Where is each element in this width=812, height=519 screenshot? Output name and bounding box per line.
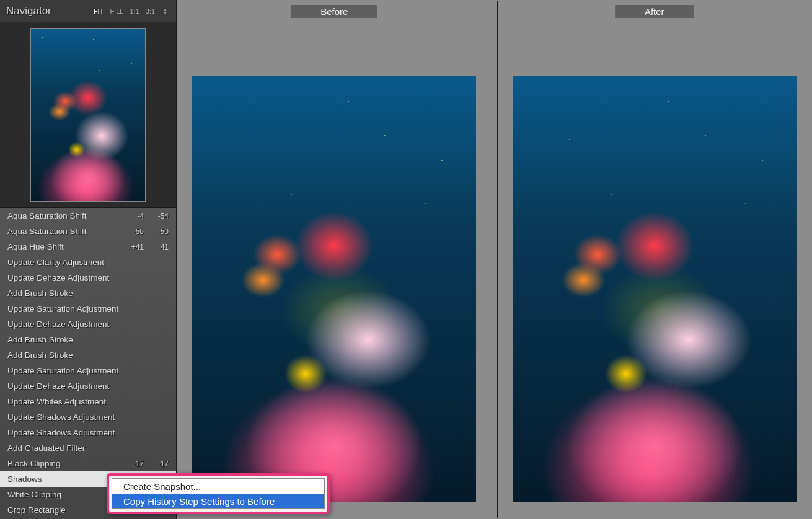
- history-item-label: Update Saturation Adjustment: [7, 304, 169, 313]
- history-item-label: Update Shadows Adjustment: [7, 428, 169, 437]
- history-item[interactable]: Update Saturation Adjustment: [0, 301, 176, 316]
- history-item-label: Add Graduated Filter: [7, 443, 169, 453]
- navigator-preview: [0, 22, 176, 208]
- zoom-3-1[interactable]: 3:1: [146, 7, 155, 15]
- history-item[interactable]: Aqua Saturation Shift-50-50: [0, 224, 176, 239]
- history-item[interactable]: Update Clarity Adjustment: [0, 255, 176, 270]
- history-item[interactable]: Update Shadows Adjustment: [0, 425, 176, 440]
- left-panel: Navigator FIT FILL 1:1 3:1 ▴▾ Aqua Satur…: [0, 0, 177, 519]
- history-item-label: Update Dehaze Adjustment: [7, 320, 169, 329]
- history-item[interactable]: Update Dehaze Adjustment: [0, 378, 176, 394]
- navigator-thumbnail[interactable]: [30, 28, 146, 202]
- history-panel[interactable]: Aqua Saturation Shift-4-54Aqua Saturatio…: [0, 208, 176, 519]
- history-item[interactable]: Black Clipping-17-17: [0, 456, 176, 471]
- history-item[interactable]: Aqua Saturation Shift-4-54: [0, 208, 176, 224]
- after-label: After: [615, 5, 694, 18]
- history-item-label: Update Dehaze Adjustment: [7, 273, 169, 282]
- history-item-label: Aqua Saturation Shift: [7, 211, 125, 220]
- history-context-menu: Create Snapshot...Copy History Step Sett…: [107, 473, 330, 514]
- history-item-label: Aqua Saturation Shift: [7, 227, 125, 236]
- history-item[interactable]: Update Whites Adjustment: [0, 394, 176, 409]
- history-item-values: -4-54: [125, 212, 169, 220]
- history-item-values: -50-50: [125, 227, 169, 236]
- context-menu-item[interactable]: Copy History Step Settings to Before: [112, 494, 324, 508]
- zoom-fill[interactable]: FILL: [110, 7, 123, 15]
- history-item-label: Update Clarity Adjustment: [7, 258, 169, 267]
- history-item-values: -17-17: [125, 460, 169, 468]
- compare-view: Before After: [177, 0, 812, 519]
- history-item[interactable]: Add Brush Stroke: [0, 347, 176, 363]
- before-image[interactable]: [192, 76, 476, 502]
- zoom-1-1[interactable]: 1:1: [130, 7, 139, 15]
- history-item-label: Aqua Hue Shift: [7, 242, 125, 251]
- zoom-fit[interactable]: FIT: [94, 7, 104, 15]
- app-root: Navigator FIT FILL 1:1 3:1 ▴▾ Aqua Satur…: [0, 0, 812, 519]
- history-item-label: Update Dehaze Adjustment: [7, 382, 169, 391]
- history-item-label: Update Saturation Adjustment: [7, 366, 169, 375]
- history-item[interactable]: Add Graduated Filter: [0, 440, 176, 456]
- history-item[interactable]: Aqua Hue Shift+4141: [0, 239, 176, 255]
- before-label: Before: [291, 5, 377, 18]
- history-item[interactable]: Add Brush Stroke: [0, 286, 176, 301]
- history-item-label: Add Brush Stroke: [7, 289, 169, 298]
- history-item[interactable]: Add Brush Stroke: [0, 332, 176, 347]
- history-item-values: +4141: [125, 243, 169, 251]
- after-image[interactable]: [513, 76, 797, 502]
- zoom-stepper-icon[interactable]: ▴▾: [164, 7, 170, 15]
- history-item[interactable]: Update Dehaze Adjustment: [0, 270, 176, 286]
- history-item-label: Black Clipping: [7, 459, 125, 468]
- before-pane: Before: [178, 1, 491, 518]
- history-item-label: Add Brush Stroke: [7, 351, 169, 360]
- context-menu-inner: Create Snapshot...Copy History Step Sett…: [112, 478, 325, 509]
- navigator-header: Navigator FIT FILL 1:1 3:1 ▴▾: [0, 0, 176, 22]
- navigator-zoom-options: FIT FILL 1:1 3:1 ▴▾: [94, 7, 170, 15]
- history-item[interactable]: Update Saturation Adjustment: [0, 363, 176, 378]
- history-item-label: Update Shadows Adjustment: [7, 412, 169, 422]
- navigator-title: Navigator: [6, 5, 94, 17]
- history-item-label: Add Brush Stroke: [7, 335, 169, 344]
- context-menu-item[interactable]: Create Snapshot...: [112, 479, 324, 494]
- after-pane: After: [497, 1, 811, 518]
- history-item[interactable]: Update Dehaze Adjustment: [0, 316, 176, 332]
- history-item[interactable]: Update Shadows Adjustment: [0, 409, 176, 425]
- history-item-label: Update Whites Adjustment: [7, 397, 169, 406]
